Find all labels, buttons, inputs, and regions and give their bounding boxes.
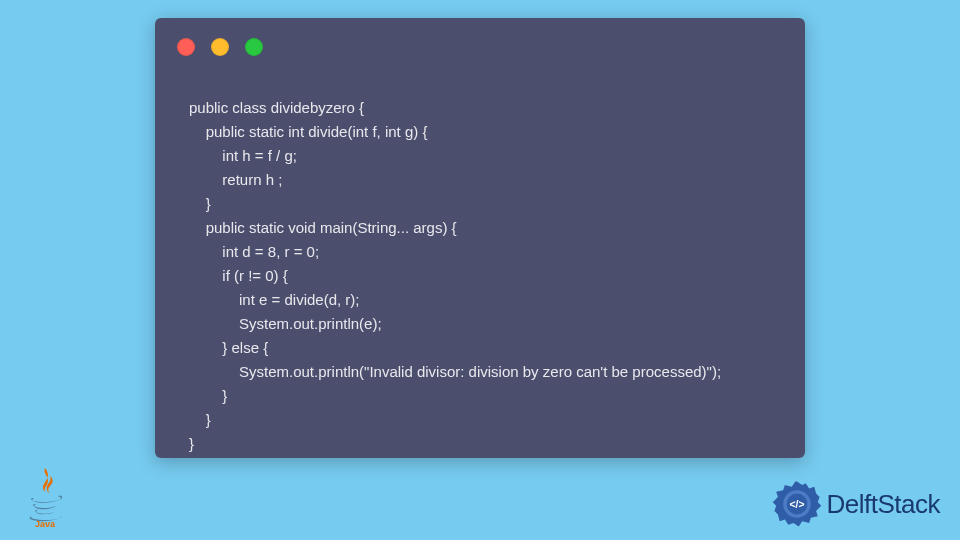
code-block: public class dividebyzero { public stati…	[189, 96, 785, 456]
svg-text:</>: </>	[789, 499, 804, 510]
java-logo-icon: Java	[22, 466, 68, 528]
close-icon	[177, 38, 195, 56]
delftstack-logo-text: DelftStack	[827, 489, 941, 520]
delftstack-logo: </> DelftStack	[771, 478, 941, 530]
minimize-icon	[211, 38, 229, 56]
code-window: public class dividebyzero { public stati…	[155, 18, 805, 458]
java-logo-text: Java	[35, 519, 56, 528]
traffic-lights	[177, 38, 263, 56]
maximize-icon	[245, 38, 263, 56]
delftstack-badge-icon: </>	[771, 478, 823, 530]
